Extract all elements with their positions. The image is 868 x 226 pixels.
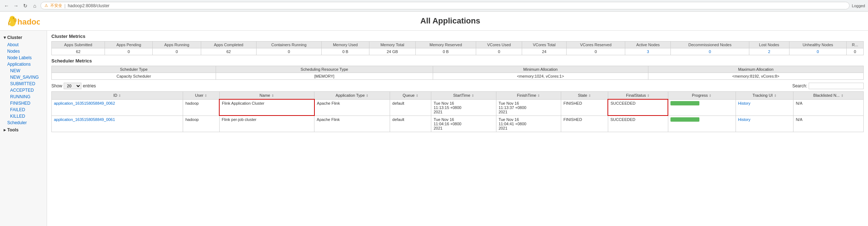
cluster-metrics-link[interactable]: 2 [768,49,770,54]
tools-arrow-icon: ▸ [4,127,6,132]
apps-table-header[interactable]: FinishTime ⇕ [496,92,561,100]
app-blacklisted-cell: N/A [793,99,864,116]
app-type-cell: Apache Flink [314,116,390,132]
sort-icon: ⇕ [416,94,419,97]
cluster-metrics-link[interactable]: 3 [647,49,649,54]
sidebar-item-new[interactable]: NEW [0,68,47,74]
app-user-cell: hadoop [183,116,219,132]
cluster-metrics-value: 62 [52,48,105,55]
scheduler-metrics-title: Scheduler Metrics [51,58,864,64]
sidebar-item-scheduler[interactable]: Scheduler [0,119,47,126]
app-queue-cell: default [390,116,431,132]
app-id-cell[interactable]: application_1635158058849_0062 [52,99,183,116]
cluster-metrics-link[interactable]: 0 [817,49,819,54]
address-text: hadoop2:8088/cluster [68,3,109,8]
scheduler-metrics-table: Scheduler TypeScheduling Resource TypeMi… [51,66,864,80]
sidebar-item-running[interactable]: RUNNING [0,94,47,100]
cluster-metrics-header: VCores Total [522,42,567,48]
reload-button[interactable]: ↻ [22,2,29,9]
scheduler-value: Capacity Scheduler [52,73,216,80]
tools-label: Tools [7,127,18,132]
apps-table-header[interactable]: Progress ⇕ [668,92,736,100]
table-row: application_1635158058849_0061hadoopFlin… [52,116,864,132]
cluster-metrics-value: 62 [201,48,256,55]
sidebar-item-about[interactable]: About [0,42,47,48]
app-state-cell: FINISHED [561,116,608,132]
app-tracking-cell[interactable]: History [736,99,793,116]
cluster-metrics-header: Memory Total [369,42,415,48]
show-entries-select[interactable]: 20 50 100 [64,83,81,89]
sidebar-item-nodes[interactable]: Nodes [0,48,47,55]
content-area: ▾ Cluster About Nodes Node Labels Applic… [0,31,868,226]
scheduler-header: Scheduler Type [52,66,216,73]
app-tracking-link[interactable]: History [738,101,750,105]
sidebar-item-new-saving[interactable]: NEW_SAVING [0,74,47,81]
app-tracking-link[interactable]: History [738,117,750,122]
sidebar-item-accepted[interactable]: ACCEPTED [0,87,47,94]
cluster-arrow-icon: ▾ [4,35,6,40]
sidebar-item-node-labels[interactable]: Node Labels [0,55,47,61]
scheduler-header: Maximum Allocation [648,66,863,73]
cluster-metrics-header: Containers Running [257,42,322,48]
apps-table-header[interactable]: User ⇕ [183,92,219,100]
address-bar[interactable]: ⚠ 不安全 | hadoop2:8088/cluster [41,2,850,9]
scheduler-value: <memory:8192, vCores:8> [648,73,863,80]
sidebar-item-submitted[interactable]: SUBMITTED [0,81,47,87]
cluster-metrics-value: 0 [847,48,864,55]
app-id-link[interactable]: application_1635158058849_0062 [54,101,115,105]
cluster-metrics-header: R... [847,42,864,48]
app-user-cell: hadoop [183,99,219,116]
cluster-metrics-value: 0 [566,48,625,55]
cluster-metrics-header: VCores Used [476,42,522,48]
cluster-metrics-header: Memory Used [321,42,369,48]
back-button[interactable]: ← [3,2,10,9]
scheduler-header: Scheduling Resource Type [216,66,433,73]
apps-table-header[interactable]: Name ⇕ [219,92,314,100]
progress-bar-container [670,101,699,105]
apps-table-header[interactable]: Blacklisted N... ⇕ [793,92,864,100]
scheduler-value: [MEMORY] [216,73,433,80]
sort-icon: ⇕ [588,94,591,97]
app-type-cell: Apache Flink [314,99,390,116]
apps-table-header[interactable]: StartTime ⇕ [431,92,496,100]
svg-point-4 [13,18,14,18]
sort-icon: ⇕ [366,94,369,97]
sidebar-item-finished[interactable]: FINISHED [0,100,47,107]
app-start-cell: Tue Nov 16 11:13:15 +0800 2021 [431,99,496,116]
forward-button[interactable]: → [12,2,20,9]
app-id-cell[interactable]: application_1635158058849_0061 [52,116,183,132]
apps-table-header[interactable]: State ⇕ [561,92,608,100]
sort-icon: ⇕ [204,94,207,97]
apps-table-header[interactable]: Queue ⇕ [390,92,431,100]
search-input[interactable] [809,83,864,89]
cluster-metrics-value: 0 B [321,48,369,55]
progress-bar-fill [670,117,699,122]
cluster-metrics-header: VCores Reserved [566,42,625,48]
tools-section-header[interactable]: ▸ Tools [0,126,47,134]
page-title: All Applications [40,16,861,26]
cluster-metrics-header: Apps Completed [201,42,256,48]
address-separator: | [64,3,65,8]
cluster-metrics-value: 0 [789,48,847,55]
cluster-metrics-value: 0 [671,48,749,55]
cluster-metrics-link[interactable]: 0 [709,49,711,54]
apps-table-header[interactable]: Application Type ⇕ [314,92,390,100]
sort-icon: ⇕ [537,94,540,97]
svg-text:hadoop: hadoop [17,17,40,26]
sidebar-item-killed[interactable]: KILLED [0,113,47,119]
app-tracking-cell[interactable]: History [736,116,793,132]
app-start-cell: Tue Nov 16 11:04:16 +0800 2021 [431,116,496,132]
cluster-metrics-title: Cluster Metrics [51,34,864,39]
sidebar-item-applications[interactable]: Applications [0,61,47,68]
cluster-section-header[interactable]: ▾ Cluster [0,34,47,42]
apps-table-header[interactable]: Tracking UI ⇕ [736,92,793,100]
sort-icon: ⇕ [774,94,777,97]
cluster-metrics-value: 24 [522,48,567,55]
apps-table-header[interactable]: ID ⇕ [52,92,183,100]
home-button[interactable]: ⌂ [31,2,38,9]
sidebar-item-failed[interactable]: FAILED [0,107,47,113]
security-warning-icon: ⚠ [45,3,48,8]
app-id-link[interactable]: application_1635158058849_0061 [54,117,115,122]
svg-point-3 [14,18,17,22]
apps-table-header[interactable]: FinalStatus ⇕ [608,92,668,100]
